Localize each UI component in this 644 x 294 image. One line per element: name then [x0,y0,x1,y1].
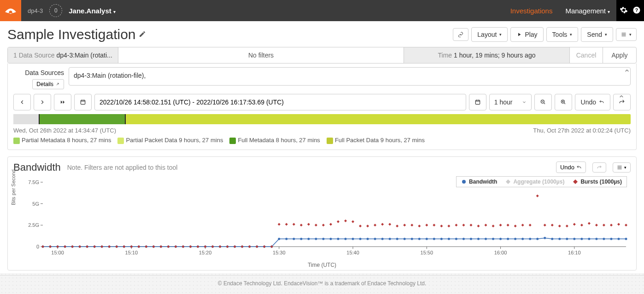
zoom-out-icon [540,99,546,105]
svg-point-68 [315,237,317,240]
tools-button[interactable]: Tools▾ [546,27,579,42]
svg-point-67 [307,237,310,240]
redo-icon [597,165,602,170]
link-icon [458,32,463,37]
svg-point-103 [573,237,575,240]
expand-icon [55,82,60,86]
zoom-out-button[interactable] [534,94,552,110]
chevron-down-icon [522,100,527,104]
svg-point-86 [448,237,450,240]
calendar-icon [474,99,481,105]
svg-point-76 [374,237,376,240]
main-content: Sample Investigation Layout▾ Play Tools▾… [0,21,644,273]
help-icon[interactable]: ? [632,6,641,16]
chart-y-axis-label: Bits per Second [11,169,16,205]
zoom-in-button[interactable] [555,94,572,110]
query-panel: Data Sources Details dp4-3:Main (rotatio… [7,63,637,150]
svg-point-70 [329,237,332,240]
edit-title-icon[interactable] [139,30,146,39]
svg-text:5G: 5G [32,201,39,206]
chevron-right-icon [39,99,46,105]
link-button[interactable] [453,28,468,41]
nav-investigations[interactable]: Investigations [504,7,559,15]
svg-point-97 [529,237,531,240]
svg-point-109 [617,237,620,240]
svg-point-104 [580,237,583,240]
svg-point-78 [389,237,391,240]
svg-point-77 [381,237,384,240]
time-range-input[interactable] [94,94,466,110]
svg-point-106 [595,237,597,240]
svg-point-90 [477,237,480,240]
play-button[interactable]: Play [510,27,543,42]
legend-bandwidth[interactable]: Bandwidth [461,179,497,185]
time-undo-button[interactable]: Undo [575,94,610,110]
svg-point-83 [426,237,428,240]
nav-management[interactable]: Management▾ [559,7,616,15]
time-preset-select[interactable]: 1 hour [489,94,532,110]
summary-bar: 1 Data Source dp4-3:Main (rotati... No f… [7,47,637,63]
step-back-button[interactable] [13,94,31,110]
chevron-left-icon [19,99,25,105]
settings-icon[interactable] [620,6,628,16]
page-title: Sample Investigation [7,27,136,42]
step-forward-button[interactable] [34,94,51,110]
user-menu[interactable]: Jane.Analyst▾ [62,7,122,15]
svg-point-72 [345,237,347,240]
svg-point-79 [396,237,398,240]
calendar-start-button[interactable] [74,94,92,110]
svg-point-71 [337,237,340,240]
fast-forward-icon [59,99,66,105]
bandwidth-undo-button[interactable]: Undo [556,161,586,173]
play-icon [516,32,522,37]
summary-datasource[interactable]: 1 Data Source dp4-3:Main (rotati... [8,47,118,63]
collapse-time-icon[interactable] [618,93,625,102]
svg-point-107 [603,237,605,240]
svg-point-100 [551,237,553,240]
svg-point-87 [455,237,457,240]
svg-text:15:20: 15:20 [199,250,212,255]
layout-button[interactable]: Layout▾ [471,27,508,42]
svg-point-82 [418,237,421,240]
more-menu-button[interactable]: ▾ [616,28,637,41]
svg-point-110 [625,237,627,240]
svg-point-94 [507,237,509,240]
summary-filters[interactable]: No filters [118,47,404,63]
undo-icon [599,99,604,105]
summary-cancel: Cancel [570,47,603,63]
svg-text:15:40: 15:40 [346,250,359,255]
calendar-icon [80,99,86,105]
svg-point-73 [352,237,354,240]
svg-text:15:30: 15:30 [273,250,286,255]
legend-aggregate[interactable]: Aggregate (1000µs) [505,179,564,185]
svg-point-91 [485,237,487,240]
density-selection[interactable] [39,114,126,124]
svg-point-69 [322,237,324,240]
svg-point-74 [359,237,362,240]
svg-point-93 [499,237,502,240]
bandwidth-chart[interactable]: 02.5G5G7.5G15:0015:1015:2015:3015:4015:5… [16,175,631,263]
density-bar[interactable] [13,114,631,124]
datasources-input[interactable]: dp4-3:Main (rotation-file), [69,67,631,86]
svg-point-65 [293,237,295,240]
send-button[interactable]: Send▾ [581,27,613,42]
bandwidth-menu-button[interactable]: ▾ [613,162,631,173]
legend-bursts[interactable]: Bursts (1000µs) [573,179,622,185]
density-start-time: Wed, Oct 26th 2022 at 14:34:47 (UTC) [13,127,116,134]
jump-to-end-button[interactable] [54,94,71,110]
summary-apply[interactable]: Apply [603,47,636,63]
collapse-datasources-icon[interactable] [623,67,631,76]
svg-text:16:10: 16:10 [568,250,581,255]
density-legend-item: Full Packet Data 9 hours, 27 mins [327,137,425,144]
brand-logo[interactable] [0,0,21,21]
task-count-badge[interactable]: 0 [49,4,62,17]
svg-text:0: 0 [36,244,39,249]
environment-label: dp4-3 [21,7,49,14]
calendar-end-button[interactable] [469,94,486,110]
svg-rect-3 [475,100,480,104]
svg-text:16:00: 16:00 [494,250,507,255]
datasources-details-button[interactable]: Details [32,79,64,89]
datasources-label: Data Sources [13,69,64,76]
summary-time[interactable]: Time 1 hour, 19 mins; 9 hours ago [404,47,570,63]
svg-point-66 [300,237,302,240]
